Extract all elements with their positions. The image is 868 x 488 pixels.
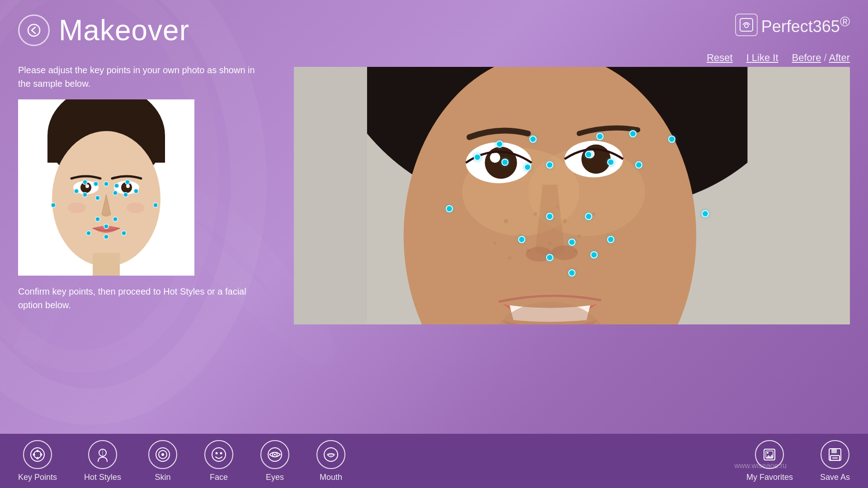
svg-point-11 (80, 182, 91, 193)
svg-point-30 (592, 212, 595, 215)
svg-point-29 (494, 242, 496, 244)
svg-point-67 (767, 452, 769, 454)
svg-point-42 (552, 245, 578, 260)
svg-point-27 (562, 219, 567, 224)
instruction-text: Please adjust the key points in your own… (18, 63, 262, 90)
svg-point-60 (220, 452, 222, 454)
skin-icon (148, 440, 177, 469)
logo: Perfect365® (735, 14, 850, 36)
hot-styles-label: Hot Styles (84, 473, 121, 482)
key-points-icon (23, 440, 52, 469)
before-after-group: Before / After (792, 52, 850, 64)
top-actions: Reset I Like It Before / After (707, 52, 850, 64)
svg-point-28 (578, 235, 580, 237)
key-points-label: Key Points (18, 473, 57, 482)
eyes-label: Eyes (266, 473, 284, 482)
svg-point-33 (508, 256, 511, 259)
logo-icon (735, 14, 758, 36)
svg-point-24 (519, 235, 522, 237)
my-favorites-label: My Favorites (746, 473, 793, 482)
separator: / (824, 52, 827, 63)
svg-point-12 (85, 184, 89, 188)
svg-point-2 (28, 24, 40, 36)
eyes-icon (260, 440, 289, 469)
toolbar-my-favorites[interactable]: My Favorites (746, 440, 793, 482)
watermark: www.wiseaoe.ru (734, 462, 787, 470)
toolbar-save-as[interactable]: Save As (820, 440, 850, 482)
mouth-icon (316, 440, 345, 469)
svg-point-25 (533, 212, 537, 216)
svg-point-50 (37, 457, 39, 459)
svg-point-49 (37, 450, 39, 452)
face-icon (204, 440, 233, 469)
svg-point-40 (586, 150, 594, 158)
main-photo[interactable] (294, 67, 850, 324)
toolbar-hot-styles[interactable]: Hot Styles (84, 440, 121, 482)
svg-point-41 (526, 247, 552, 261)
toolbar-mouth[interactable]: Mouth (316, 440, 345, 482)
svg-point-23 (504, 219, 508, 224)
svg-rect-46 (747, 67, 850, 324)
toolbar-eyes[interactable]: Eyes (260, 440, 289, 482)
toolbar-key-points[interactable]: Key Points (18, 440, 57, 482)
header: Makeover (18, 14, 850, 47)
svg-point-63 (274, 454, 276, 455)
svg-rect-69 (831, 449, 837, 453)
svg-point-17 (127, 202, 145, 213)
logo-text: Perfect365® (761, 14, 850, 36)
hot-styles-icon (88, 440, 117, 469)
after-link[interactable]: After (829, 52, 850, 63)
left-panel: Please adjust the key points in your own… (18, 63, 262, 312)
save-as-label: Save As (820, 473, 850, 482)
face-label: Face (210, 473, 228, 482)
svg-rect-71 (832, 457, 838, 459)
reset-link[interactable]: Reset (707, 52, 732, 64)
svg-point-16 (68, 202, 86, 213)
sample-photo (18, 99, 194, 276)
before-link[interactable]: Before (792, 52, 821, 63)
svg-point-37 (490, 153, 500, 163)
svg-point-58 (212, 448, 226, 461)
svg-point-51 (33, 453, 35, 455)
svg-rect-3 (740, 19, 753, 31)
svg-point-57 (161, 453, 164, 456)
svg-point-15 (126, 184, 130, 188)
i-like-it-link[interactable]: I Like It (746, 52, 778, 64)
toolbar-left: Key Points Hot Styles Skin (18, 440, 345, 482)
svg-rect-45 (294, 67, 367, 324)
toolbar-right: My Favorites Save As (746, 440, 850, 482)
mouth-label: Mouth (320, 473, 342, 482)
save-as-icon (821, 440, 849, 469)
back-button[interactable] (18, 14, 50, 46)
svg-point-59 (216, 452, 218, 454)
confirm-text: Confirm key points, then proceed to Hot … (18, 285, 262, 312)
toolbar: Key Points Hot Styles Skin (0, 434, 868, 488)
svg-point-52 (40, 453, 42, 455)
skin-label: Skin (155, 473, 171, 482)
page-title: Makeover (59, 14, 189, 47)
svg-rect-9 (93, 253, 120, 276)
svg-point-14 (121, 182, 132, 193)
toolbar-face[interactable]: Face (204, 440, 233, 482)
svg-point-4 (745, 24, 748, 28)
face-photo-background (294, 67, 850, 324)
toolbar-skin[interactable]: Skin (148, 440, 177, 482)
